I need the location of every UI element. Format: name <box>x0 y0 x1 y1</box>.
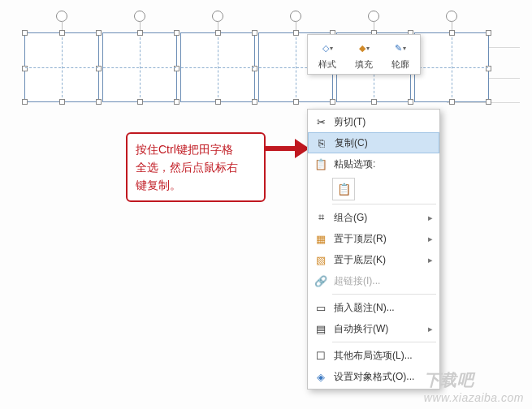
menu-label: 插入题注(N)... <box>331 301 433 315</box>
send-back-icon: ▧ <box>311 254 331 266</box>
selection-handle[interactable] <box>486 30 491 36</box>
bring-front-icon: ▦ <box>311 233 331 245</box>
link-icon: 🔗 <box>311 275 331 287</box>
context-menu: ✂ 剪切(T) ⎘ 复制(C) 📋 粘贴选项: 📋 ⌗ 组合(G) ▸ ▦ 置于… <box>307 109 440 390</box>
selection-handle[interactable] <box>59 99 65 105</box>
format-mini-toolbar: ◇▾ 样式 ◆▾ 填充 ✎▾ 轮廓 <box>307 34 421 75</box>
grid-cell[interactable] <box>102 32 177 102</box>
watermark-brand: 下载吧 <box>424 371 474 389</box>
menu-more-layout[interactable]: ☐ 其他布局选项(L)... <box>308 345 439 366</box>
cut-icon: ✂ <box>311 116 331 128</box>
callout-text: 键复制。 <box>136 176 256 194</box>
menu-label: 组合(G) <box>331 211 428 225</box>
menu-label: 设置对象格式(O)... <box>331 370 433 384</box>
menu-copy[interactable]: ⎘ 复制(C) <box>308 132 439 153</box>
menu-label: 自动换行(W) <box>331 322 428 336</box>
menu-separator <box>332 342 436 342</box>
wrap-icon: ▤ <box>311 323 331 335</box>
menu-label: 置于底层(K) <box>331 253 428 267</box>
menu-separator <box>332 294 436 295</box>
rotate-handle-icon[interactable] <box>446 11 457 22</box>
caption-icon: ▭ <box>311 302 331 314</box>
grid-cell[interactable] <box>180 32 255 102</box>
outline-icon: ✎▾ <box>391 40 409 56</box>
fill-icon: ◆▾ <box>355 40 373 56</box>
rotate-handle-icon[interactable] <box>212 11 223 22</box>
watermark-url: www.xiazaiba.com <box>424 391 524 404</box>
instruction-callout: 按住Ctrl键把田字格 全选，然后点鼠标右 键复制。 <box>126 132 266 202</box>
menu-cut[interactable]: ✂ 剪切(T) <box>308 111 439 132</box>
selection-handle[interactable] <box>330 99 335 105</box>
watermark: 下载吧 www.xiazaiba.com <box>424 369 524 404</box>
selection-handle[interactable] <box>293 30 299 36</box>
fill-button[interactable]: ◆▾ 填充 <box>346 38 383 72</box>
style-icon: ◇▾ <box>318 40 336 56</box>
selection-handle[interactable] <box>137 30 143 36</box>
copy-icon: ⎘ <box>312 137 331 149</box>
selection-handle[interactable] <box>252 66 257 71</box>
menu-send-back[interactable]: ▧ 置于底层(K) ▸ <box>308 249 439 270</box>
selection-handle[interactable] <box>174 30 179 36</box>
menu-label: 剪切(T) <box>331 115 433 129</box>
grid-cell[interactable] <box>24 32 99 102</box>
selected-grid-shapes[interactable] <box>24 32 495 107</box>
rotate-handle-icon[interactable] <box>134 11 145 22</box>
callout-text: 按住Ctrl键把田字格 <box>136 140 256 158</box>
menu-hyperlink: 🔗 超链接(I)... <box>308 270 439 291</box>
submenu-arrow-icon: ▸ <box>428 234 433 244</box>
selection-handle[interactable] <box>486 99 491 105</box>
selection-handle[interactable] <box>174 66 179 71</box>
selection-handle[interactable] <box>96 66 102 71</box>
menu-label: 置于顶层(R) <box>331 232 428 246</box>
menu-label: 复制(C) <box>331 136 432 150</box>
style-label: 样式 <box>318 58 336 71</box>
format-icon: ◈ <box>311 371 331 383</box>
rotate-handle-icon[interactable] <box>290 11 301 22</box>
menu-label: 其他布局选项(L)... <box>331 349 433 363</box>
fill-label: 填充 <box>355 58 373 71</box>
selection-handle[interactable] <box>408 99 413 105</box>
selection-handle[interactable] <box>215 30 221 36</box>
menu-label: 超链接(I)... <box>331 274 433 288</box>
menu-group[interactable]: ⌗ 组合(G) ▸ <box>308 207 439 228</box>
menu-paste-options-header: 📋 粘贴选项: <box>308 153 439 174</box>
selection-handle[interactable] <box>252 99 257 105</box>
selection-handle[interactable] <box>22 66 28 71</box>
selection-handle[interactable] <box>293 99 299 105</box>
arrow-icon <box>266 141 308 156</box>
menu-insert-caption[interactable]: ▭ 插入题注(N)... <box>308 297 439 318</box>
menu-bring-front[interactable]: ▦ 置于顶层(R) ▸ <box>308 228 439 249</box>
selection-handle[interactable] <box>449 30 455 36</box>
selection-handle[interactable] <box>215 99 221 105</box>
selection-handle[interactable] <box>486 66 491 71</box>
selection-handle[interactable] <box>137 99 143 105</box>
paste-option-button[interactable]: 📋 <box>332 178 355 200</box>
selection-handle[interactable] <box>22 30 28 36</box>
submenu-arrow-icon: ▸ <box>428 324 433 334</box>
selection-handle[interactable] <box>449 99 455 105</box>
callout-text: 全选，然后点鼠标右 <box>136 158 256 176</box>
rotate-handle-icon[interactable] <box>368 11 379 22</box>
menu-label: 粘贴选项: <box>331 157 433 171</box>
selection-handle[interactable] <box>59 30 65 36</box>
paste-icon: 📋 <box>311 158 331 170</box>
layout-icon: ☐ <box>311 350 331 362</box>
menu-separator <box>332 204 436 204</box>
selection-handle[interactable] <box>22 99 28 105</box>
document-canvas: 按住Ctrl键把田字格 全选，然后点鼠标右 键复制。 ◇▾ 样式 ◆▾ 填充 ✎… <box>0 0 532 409</box>
group-icon: ⌗ <box>311 211 331 224</box>
selection-handle[interactable] <box>371 99 377 105</box>
rotate-handle-icon[interactable] <box>56 11 67 22</box>
menu-wrap-text[interactable]: ▤ 自动换行(W) ▸ <box>308 318 439 339</box>
selection-handle[interactable] <box>252 30 257 36</box>
selection-handle[interactable] <box>96 99 102 105</box>
grid-cell[interactable] <box>414 32 489 102</box>
outline-label: 轮廓 <box>391 58 409 71</box>
outline-button[interactable]: ✎▾ 轮廓 <box>382 38 418 72</box>
clipboard-icon: 📋 <box>337 183 351 196</box>
submenu-arrow-icon: ▸ <box>428 255 433 265</box>
menu-format-object[interactable]: ◈ 设置对象格式(O)... <box>308 366 439 387</box>
selection-handle[interactable] <box>174 99 179 105</box>
selection-handle[interactable] <box>96 30 102 36</box>
style-button[interactable]: ◇▾ 样式 <box>309 38 346 72</box>
